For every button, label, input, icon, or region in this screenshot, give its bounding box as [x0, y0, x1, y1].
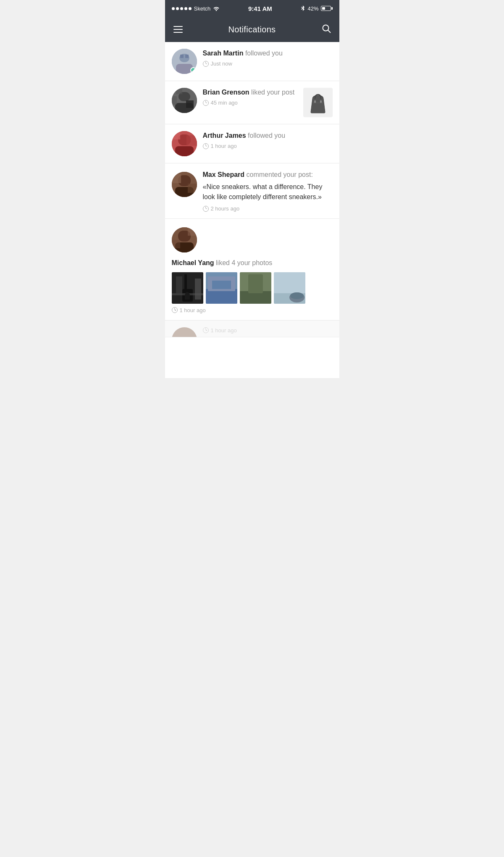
photo-thumb — [206, 272, 237, 304]
notification-action: liked your post — [251, 89, 294, 96]
svg-rect-29 — [172, 240, 180, 248]
dot-1 — [172, 7, 175, 10]
notification-content: 1 hour ago — [203, 327, 333, 334]
avatar — [172, 327, 197, 337]
post-thumbnail — [303, 88, 333, 117]
bluetooth-icon — [300, 5, 305, 11]
photo-thumb — [240, 272, 271, 304]
status-right: 42% — [300, 5, 332, 12]
clock-icon — [203, 327, 209, 333]
svg-point-0 — [323, 25, 328, 31]
notification-item: 1 hour ago — [165, 321, 339, 337]
svg-rect-33 — [176, 276, 182, 293]
notification-content: Brian Grenson liked your post 45 min ago — [203, 88, 297, 106]
dot-4 — [184, 7, 187, 10]
bag-icon — [307, 91, 328, 114]
notification-item[interactable]: Sarah Martin followed you Just now — [165, 42, 339, 81]
photo-thumb — [172, 272, 203, 304]
photo-thumb — [274, 272, 305, 304]
comment-text: «Nice sneakers. what a difference. They … — [203, 182, 333, 202]
time-label: 2 hours ago — [211, 205, 240, 212]
dot-3 — [180, 7, 183, 10]
notification-username: Michael Yang — [172, 259, 214, 266]
menu-button[interactable] — [173, 26, 183, 33]
notification-username: Brian Grenson — [203, 89, 249, 96]
status-time: 9:41 AM — [248, 5, 272, 12]
svg-rect-14 — [320, 100, 322, 103]
notification-content: Arthur James followed you 1 hour ago — [203, 131, 333, 149]
notification-username: Max Shepard — [203, 171, 245, 178]
time-label: 1 hour ago — [211, 327, 237, 334]
status-bar: Sketch 9:41 AM 42% — [165, 0, 339, 17]
avatar — [172, 227, 197, 252]
time-label: 1 hour ago — [211, 143, 237, 149]
avatar-image — [172, 172, 197, 197]
notification-time: 1 hour ago — [172, 307, 333, 313]
page-title: Notifications — [228, 25, 276, 34]
notifications-list: Sarah Martin followed you Just now — [165, 42, 339, 337]
clock-icon — [203, 206, 209, 212]
avatar — [172, 172, 197, 197]
svg-line-1 — [328, 30, 331, 33]
notification-text: Michael Yang liked 4 your photos — [172, 258, 333, 268]
svg-rect-39 — [212, 281, 231, 289]
notification-action: liked 4 your photos — [216, 259, 272, 266]
clock-icon — [203, 100, 209, 106]
notification-username: Arthur James — [203, 132, 246, 139]
notification-username: Sarah Martin — [203, 50, 244, 57]
svg-rect-23 — [172, 174, 181, 183]
notification-text: Brian Grenson liked your post — [203, 88, 297, 97]
battery-icon — [321, 6, 333, 11]
clock-icon — [203, 61, 209, 67]
time-label: Just now — [211, 60, 232, 67]
time-label: 1 hour ago — [180, 307, 206, 313]
notification-content: Michael Yang liked 4 your photos — [172, 258, 333, 313]
notification-item[interactable]: Max Shepard commented your post: «Nice s… — [165, 163, 339, 219]
notification-time: Just now — [203, 60, 333, 67]
time-label: 45 min ago — [211, 100, 238, 106]
phone-frame: Sketch 9:41 AM 42% Notifications — [165, 0, 339, 378]
notification-action: followed you — [248, 132, 285, 139]
notification-time: 1 hour ago — [203, 327, 333, 334]
notification-action: followed you — [245, 50, 283, 57]
notification-item[interactable]: Arthur James followed you 1 hour ago — [165, 124, 339, 163]
svg-rect-37 — [206, 289, 237, 304]
notification-time: 45 min ago — [203, 100, 297, 106]
svg-rect-10 — [176, 88, 182, 94]
search-button[interactable] — [322, 24, 331, 35]
hamburger-line-2 — [173, 29, 183, 30]
svg-rect-24 — [188, 184, 197, 193]
dot-5 — [189, 7, 192, 10]
notification-content: Sarah Martin followed you Just now — [203, 49, 333, 67]
svg-rect-12 — [172, 96, 177, 105]
notification-item[interactable]: Brian Grenson liked your post 45 min ago — [165, 81, 339, 124]
notification-text: Arthur James followed you — [203, 131, 333, 140]
header: Notifications — [165, 17, 339, 42]
avatar-image — [172, 227, 197, 252]
avatar — [172, 49, 197, 74]
svg-rect-35 — [172, 293, 203, 295]
notification-text: Sarah Martin followed you — [203, 49, 333, 58]
battery-percent: 42% — [307, 5, 318, 12]
svg-rect-31 — [184, 274, 187, 289]
notification-item[interactable]: Michael Yang liked 4 your photos — [165, 219, 339, 320]
clock-icon — [203, 143, 209, 149]
svg-rect-42 — [248, 274, 263, 293]
avatar-image — [172, 88, 197, 113]
signal-dots — [172, 7, 192, 10]
hamburger-line-3 — [173, 32, 183, 33]
search-icon — [322, 24, 331, 33]
svg-rect-5 — [180, 55, 184, 58]
svg-point-46 — [290, 292, 304, 299]
carrier-label: Sketch — [194, 5, 211, 12]
notification-text: Max Shepard commented your post: — [203, 170, 333, 179]
notification-time: 2 hours ago — [203, 205, 333, 212]
clock-icon — [172, 307, 178, 313]
svg-rect-17 — [175, 146, 194, 156]
notification-content: Max Shepard commented your post: «Nice s… — [203, 170, 333, 212]
svg-rect-13 — [314, 100, 316, 103]
photos-grid — [172, 272, 333, 304]
svg-rect-19 — [186, 135, 197, 146]
notification-time: 1 hour ago — [203, 143, 333, 149]
dot-2 — [176, 7, 179, 10]
